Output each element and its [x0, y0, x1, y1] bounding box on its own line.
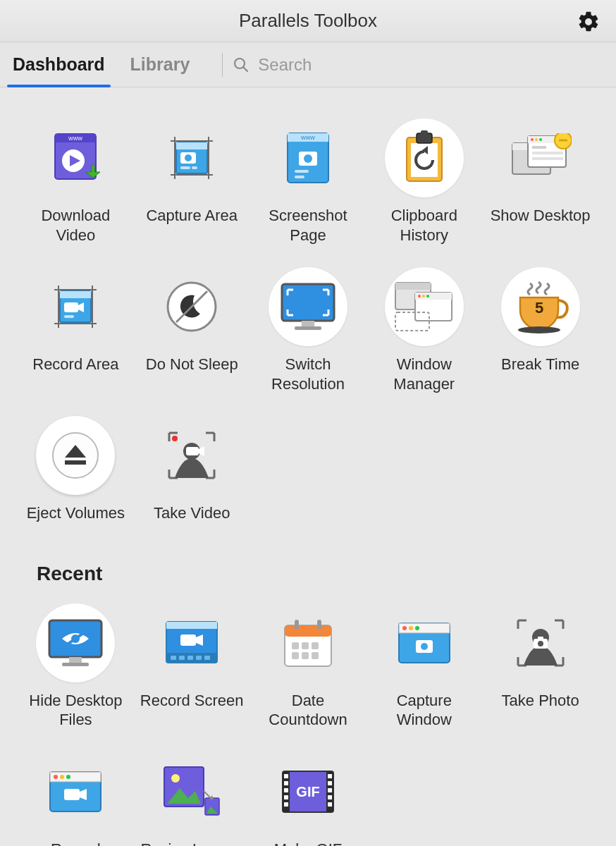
svg-rect-123 [284, 774, 288, 778]
tool-capture-window[interactable]: Capture Window [369, 601, 479, 732]
svg-rect-23 [295, 176, 304, 178]
capture-area-icon [152, 118, 231, 197]
svg-rect-12 [176, 142, 207, 149]
tool-do-not-sleep[interactable]: Do Not Sleep [137, 264, 247, 396]
svg-rect-81 [187, 656, 193, 660]
capture-window-icon [385, 603, 464, 682]
tool-label: Break Time [501, 355, 579, 374]
tool-eject-volumes[interactable]: Eject Volumes [21, 413, 130, 526]
section-recent-title: Recent [37, 563, 595, 585]
download-video-icon: WWW [36, 118, 115, 197]
svg-text:WWW: WWW [68, 136, 82, 141]
make-gif-icon: GIF [269, 752, 347, 831]
show-desktop-icon [501, 118, 580, 197]
svg-rect-49 [64, 315, 74, 318]
svg-point-34 [535, 138, 538, 141]
tool-download-video[interactable]: WWW Download Video [21, 116, 130, 247]
tool-label: Capture Window [369, 691, 479, 730]
tool-make-gif[interactable]: GIF Make GIF [254, 749, 363, 847]
tool-resize-images[interactable]: Resize Images [137, 749, 247, 847]
content: WWW Download Video [0, 87, 616, 846]
tool-label: Switch Resolution [254, 355, 363, 393]
svg-rect-127 [284, 802, 288, 807]
svg-rect-112 [64, 789, 80, 800]
tool-record-screen[interactable]: Record Screen [137, 601, 247, 732]
svg-rect-77 [166, 622, 217, 629]
svg-point-61 [426, 295, 429, 298]
svg-rect-128 [328, 774, 332, 778]
tool-label: Screenshot Page [254, 206, 363, 245]
svg-rect-94 [302, 652, 309, 659]
tab-dashboard[interactable]: Dashboard [0, 42, 118, 87]
svg-rect-36 [532, 146, 546, 149]
tool-date-countdown[interactable]: Date Countdown [254, 601, 363, 732]
tool-record-window[interactable]: Record Window [21, 749, 130, 847]
break-time-icon: 5 [501, 267, 580, 346]
tool-clipboard-history[interactable]: Clipboard History [369, 116, 479, 247]
svg-rect-37 [532, 152, 563, 154]
svg-rect-53 [302, 321, 314, 326]
clipboard-history-icon [385, 118, 464, 197]
svg-rect-54 [295, 326, 321, 330]
tool-switch-resolution[interactable]: Switch Resolution [254, 264, 363, 396]
tool-hide-desktop-files[interactable]: Hide Desktop Files [21, 601, 130, 732]
tool-label: Window Manager [369, 355, 479, 393]
record-screen-icon [152, 603, 231, 682]
svg-rect-56 [395, 283, 431, 290]
tool-label: Download Video [21, 206, 130, 245]
tool-label: Show Desktop [491, 206, 591, 226]
tool-label: Do Not Sleep [146, 355, 238, 374]
settings-button[interactable] [577, 10, 600, 34]
window-manager-icon [385, 267, 464, 346]
svg-rect-106 [538, 637, 543, 640]
svg-point-59 [418, 295, 421, 298]
svg-rect-90 [292, 642, 299, 649]
svg-point-14 [185, 154, 192, 161]
svg-rect-93 [292, 652, 299, 659]
svg-point-63 [518, 326, 560, 333]
navbar: Dashboard Library [0, 42, 616, 87]
svg-rect-69 [186, 447, 199, 455]
svg-rect-75 [62, 663, 89, 666]
tool-take-photo[interactable]: Take Photo [486, 601, 595, 732]
tool-label: Take Photo [502, 691, 579, 711]
tool-take-video[interactable]: Take Video [137, 413, 247, 526]
titlebar: Parallels Toolbox [0, 0, 616, 42]
tool-label: Eject Volumes [27, 503, 125, 523]
record-window-icon [36, 752, 115, 831]
do-not-sleep-icon [152, 267, 231, 346]
tool-label: Capture Area [146, 206, 238, 226]
svg-point-33 [531, 138, 534, 141]
recent-grid: Hide Desktop Files Record Screen [21, 601, 595, 847]
svg-rect-80 [179, 656, 185, 660]
svg-rect-88 [295, 620, 299, 630]
tool-label: Hide Desktop Files [21, 691, 130, 730]
break-time-value: 5 [534, 299, 543, 317]
tool-show-desktop[interactable]: Show Desktop [486, 116, 595, 247]
svg-rect-74 [69, 657, 82, 663]
svg-rect-27 [421, 130, 428, 136]
tool-window-manager[interactable]: Window Manager [369, 264, 479, 396]
tool-break-time[interactable]: 5 Break Time [486, 264, 595, 396]
search-field[interactable] [233, 55, 616, 75]
tool-record-area[interactable]: Record Area [21, 264, 130, 396]
svg-rect-130 [328, 788, 332, 792]
svg-point-115 [171, 774, 180, 783]
svg-marker-70 [199, 446, 204, 456]
search-icon [233, 56, 250, 73]
svg-text:GIF: GIF [296, 784, 319, 799]
switch-resolution-icon [269, 267, 347, 346]
tabs: Dashboard Library [0, 42, 202, 87]
svg-text:WWW: WWW [301, 135, 315, 140]
search-input[interactable] [258, 55, 469, 75]
svg-rect-66 [65, 460, 86, 465]
date-countdown-icon [269, 603, 347, 682]
svg-point-100 [415, 626, 419, 630]
tool-capture-area[interactable]: Capture Area [137, 116, 247, 247]
tab-library[interactable]: Library [118, 42, 203, 87]
svg-point-111 [66, 775, 70, 779]
svg-point-60 [422, 295, 425, 298]
tool-label: Make GIF [274, 840, 343, 847]
tool-screenshot-page[interactable]: WWW Screenshot Page [254, 116, 363, 247]
svg-rect-89 [317, 620, 321, 630]
